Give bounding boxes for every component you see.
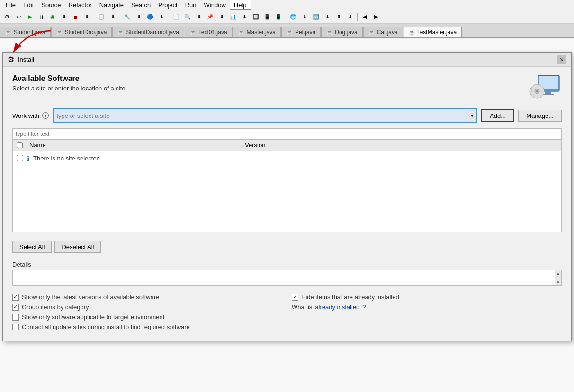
dialog-title-icon: ⚙ [8,55,14,64]
install-dialog: ⚙ Install × Available Software Select a … [2,52,572,341]
tab-label: Text01.java [198,29,227,36]
tab-text01-java[interactable]: ☕ Text01.java [185,27,233,37]
details-content [13,270,555,285]
work-with-label-text: Work with: [12,112,41,119]
filter-input[interactable] [16,131,558,137]
toolbar-btn-26[interactable]: 🔤 [311,12,321,22]
deselect-all-button[interactable]: Deselect All [54,241,101,253]
table-col-version: Version [245,142,377,149]
menu-edit[interactable]: Edit [19,0,37,9]
tab-label: StudentDaoImpl.java [126,29,179,36]
option-latest-checkbox[interactable] [12,294,19,301]
toolbar-sep-1 [94,13,94,21]
select-all-button[interactable]: Select All [12,241,52,253]
toolbar-btn-14[interactable]: 📄 [171,12,181,22]
table-col-name: Name [17,142,245,149]
available-software-subtitle: Select a site or enter the location of a… [12,85,127,92]
option-group-checkbox[interactable] [12,304,19,311]
toolbar-btn-24[interactable]: 🌐 [288,12,298,22]
tab-cat-java[interactable]: ☕ Cat.java [363,27,403,37]
option-group-label: Group items by category [22,303,89,311]
toolbar-btn-run[interactable]: ▶ [25,12,35,22]
toolbar-btn-12[interactable]: 🔵 [145,12,155,22]
toolbar-btn-9[interactable]: ⬇ [108,12,118,22]
toolbar-btn-7[interactable]: ⬇ [81,12,92,22]
tab-testmaster-java[interactable]: ☕ TestMaster.java [404,27,462,37]
toolbar-btn-5[interactable]: ⬇ [59,12,69,22]
table-header: Name Version [13,140,561,151]
option-latest-label: Show only the latest versions of availab… [22,294,160,301]
toolbar-btn-28[interactable]: ⬆ [333,12,344,22]
options-grid: Show only the latest versions of availab… [12,291,562,333]
scroll-down-arrow[interactable]: ▼ [556,280,560,285]
tab-student-java[interactable]: ☕ Student.java [0,27,51,37]
option-contact-sites: Contact all update sites during install … [12,323,562,330]
toolbar-btn-11[interactable]: ⬇ [134,12,144,22]
toolbar-btn-16[interactable]: ⬇ [194,12,204,22]
toolbar-btn-2[interactable]: ↩ [13,12,24,22]
dialog-body: Available Software Select a site or ente… [3,67,571,341]
menu-source[interactable]: Source [37,0,64,9]
menu-file[interactable]: File [2,0,19,9]
toolbar-btn-17[interactable]: 📌 [205,12,215,22]
dialog-close-button[interactable]: × [557,55,566,64]
tab-icon: ☕ [409,29,415,36]
table-row-checkbox[interactable] [17,155,23,161]
toolbar-btn-21[interactable]: 🔲 [251,12,261,22]
option-target-env: Show only software applicable to target … [12,313,282,321]
toolbar-btn-15[interactable]: 🔍 [182,12,193,22]
toolbar-btn-18[interactable]: ⬇ [216,12,227,22]
toolbar-btn-8[interactable]: 📋 [96,12,107,22]
option-contact-checkbox[interactable] [12,324,19,330]
toolbar-btn-10[interactable]: 🔧 [122,12,133,22]
tab-label: StudentDao.java [65,29,107,36]
work-with-dropdown-arrow[interactable]: ▼ [467,109,476,122]
menu-help[interactable]: Help [230,0,251,10]
toolbar-btn-3[interactable]: ⏸ [36,12,46,22]
toolbar-btn-back[interactable]: ◀ [359,12,370,22]
tab-icon: ☕ [368,29,375,36]
option-hide-installed: Hide items that are already installed [292,294,562,301]
toolbar-btn-6[interactable]: ⏹ [70,12,81,22]
menu-search[interactable]: Search [127,0,154,9]
menu-project[interactable]: Project [154,0,181,9]
tab-studentdaoimpl-java[interactable]: ☕ StudentDaoImpl.java [112,27,184,37]
table-header-checkbox[interactable] [17,142,23,148]
option-contact-label: Contact all update sites during install … [22,323,190,330]
toolbar-btn-23[interactable]: 📱 [273,12,284,22]
menu-navigate[interactable]: Navigate [96,0,127,9]
tab-dog-java[interactable]: ☕ Dog.java [321,27,362,37]
toolbar-btn-27[interactable]: ⬇ [322,12,332,22]
manage-button[interactable]: Manage... [518,110,562,122]
toolbar-btn-4[interactable]: ◉ [47,12,58,22]
menu-run[interactable]: Run [181,0,200,9]
tab-icon: ☕ [238,29,245,36]
work-with-input[interactable] [54,110,467,121]
toolbar-btn-22[interactable]: 📱 [262,12,272,22]
tab-master-java[interactable]: ☕ Master.java [233,27,281,37]
toolbar-btn-fwd[interactable]: ▶ [371,12,381,22]
menu-refactor[interactable]: Refactor [65,0,96,9]
add-button[interactable]: Add... [481,109,514,122]
software-table: Name Version ℹ There is no site selected… [12,139,562,232]
what-installed-suffix: ? [362,303,366,311]
toolbar-btn-19[interactable]: 📊 [228,12,238,22]
toolbar-btn-1[interactable]: ⚙ [2,12,12,22]
toolbar-btn-29[interactable]: ⬇ [345,12,355,22]
menu-window[interactable]: Window [200,0,230,9]
no-site-message: There is no site selected. [33,155,102,162]
tab-studentdao-java[interactable]: ☕ StudentDao.java [51,27,112,37]
toolbar-btn-20[interactable]: ⬇ [239,12,250,22]
option-group-category: Group items by category [12,303,282,311]
dialog-titlebar: ⚙ Install × [3,53,571,67]
option-hide-checkbox[interactable] [292,294,298,301]
tab-pet-java[interactable]: ☕ Pet.java [281,27,321,37]
option-target-checkbox[interactable] [12,314,19,321]
already-installed-link[interactable]: already installed [315,303,359,311]
toolbar-btn-25[interactable]: ⬇ [299,12,310,22]
option-what-installed: What is already installed ? [292,303,562,311]
what-installed-prefix: What is [292,303,312,311]
col-version-label: Version [245,142,265,149]
scroll-up-arrow[interactable]: ▲ [556,271,560,276]
toolbar-btn-13[interactable]: ⬇ [156,12,167,22]
